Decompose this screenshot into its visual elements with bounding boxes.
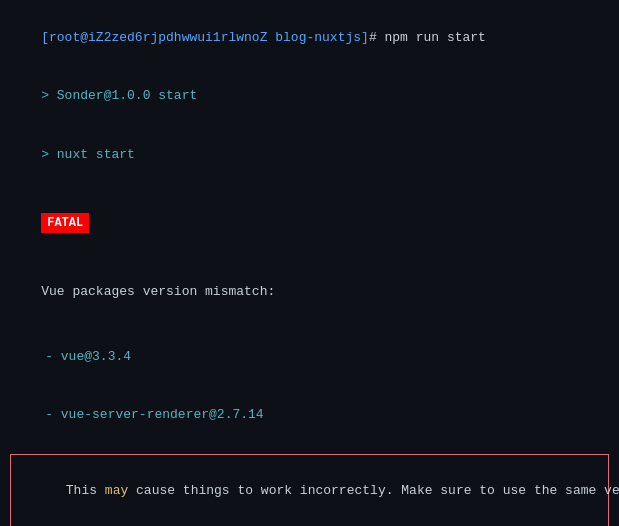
fatal-message-line: Vue packages version mismatch: — [10, 263, 609, 322]
warning-line-2: ion for both. — [19, 520, 600, 527]
output-line-1: > Sonder@1.0.0 start — [10, 67, 609, 126]
fatal-badge: FATAL — [41, 213, 89, 233]
package-line-2: - vue-server-renderer@2.7.14 — [10, 386, 609, 445]
warning-line-1: This may cause things to work incorrectl… — [19, 461, 600, 520]
prompt-command: # npm run start — [369, 30, 486, 45]
prompt-line: [root@iZ2zed6rjpdhwwui1rlwnoZ blog-nuxtj… — [10, 8, 609, 67]
fatal-badge-line: FATAL — [10, 190, 609, 257]
prompt-user: [root@iZ2zed6rjpdhwwui1rlwnoZ blog-nuxtj… — [41, 30, 369, 45]
terminal-window: [root@iZ2zed6rjpdhwwui1rlwnoZ blog-nuxtj… — [0, 0, 619, 526]
warning-box: This may cause things to work incorrectl… — [10, 454, 609, 526]
package-line-1: - vue@3.3.4 — [10, 327, 609, 386]
output-line-2: > nuxt start — [10, 125, 609, 184]
